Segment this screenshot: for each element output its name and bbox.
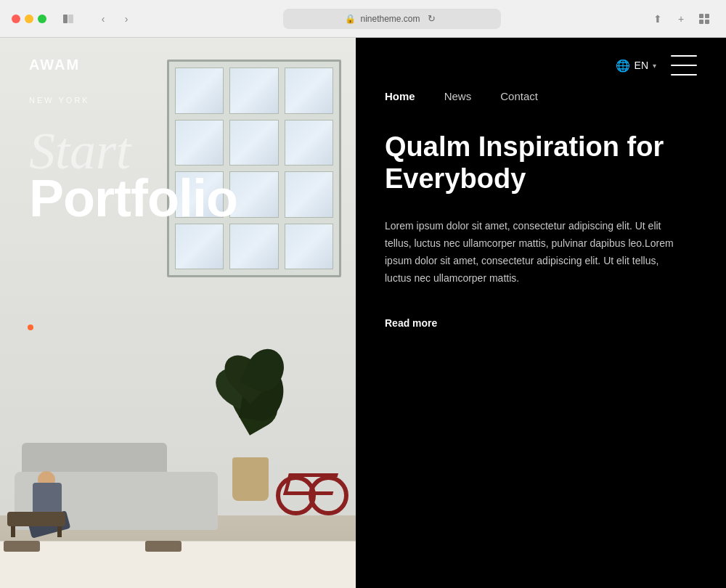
new-tab-button[interactable]: +: [671, 9, 691, 29]
maximize-button[interactable]: [38, 15, 46, 23]
window-pane: [285, 224, 333, 270]
browser-navigation: ‹ ›: [93, 9, 136, 29]
nav-news[interactable]: News: [444, 90, 472, 102]
language-selector[interactable]: 🌐 EN ▾: [616, 59, 656, 73]
hero-text-portfolio: Portfolio: [29, 172, 237, 224]
reload-button[interactable]: ↻: [425, 12, 439, 26]
window-pane: [229, 120, 278, 166]
window-pane: [175, 68, 224, 114]
window-pane: [285, 171, 333, 218]
bike-frame: [283, 473, 338, 495]
svg-rect-0: [63, 15, 68, 23]
accent-dot: [28, 324, 33, 330]
address-bar[interactable]: 🔒 ninetheme.com ↻: [283, 9, 501, 29]
back-button[interactable]: ‹: [93, 9, 113, 29]
nav-home[interactable]: Home: [385, 90, 415, 102]
window-pane: [229, 224, 278, 270]
share-button[interactable]: ⬆: [648, 9, 668, 29]
window-pane: [175, 224, 224, 270]
close-button[interactable]: [12, 15, 20, 23]
left-panel: AWAM NEW YORK Start Portfolio: [0, 38, 356, 588]
window-pane: [229, 68, 278, 114]
window-pane: [175, 120, 224, 166]
minimize-button[interactable]: [25, 15, 33, 23]
right-header: 🌐 EN ▾: [356, 38, 726, 90]
chevron-down-icon: ▾: [653, 62, 656, 70]
read-more-link[interactable]: Read more: [385, 317, 437, 329]
article-body: Lorem ipsum dolor sit amet, consectetur …: [385, 218, 675, 287]
svg-rect-5: [705, 20, 709, 24]
language-label: EN: [635, 60, 648, 71]
tab-grid-button[interactable]: [694, 9, 714, 29]
browser-chrome: ‹ › 🔒 ninetheme.com ↻ ⬆ +: [0, 0, 726, 38]
bicycle: [276, 443, 348, 515]
location-label: NEW YORK: [29, 96, 90, 105]
hamburger-line: [671, 65, 697, 66]
main-navigation: Home News Contact: [356, 90, 726, 102]
hamburger-menu-button[interactable]: [671, 55, 697, 75]
article-title: Qualm Inspiration for Everybody: [385, 131, 697, 195]
chair-seat: [145, 541, 182, 552]
svg-rect-1: [68, 15, 73, 23]
url-text: ninetheme.com: [360, 14, 420, 24]
chair-seat: [4, 541, 40, 552]
plant-pot: [232, 457, 269, 501]
window-pane: [285, 120, 333, 166]
address-bar-container: 🔒 ninetheme.com ↻: [145, 9, 639, 29]
svg-rect-2: [699, 14, 703, 18]
traffic-lights: [12, 15, 46, 23]
svg-rect-3: [705, 14, 709, 18]
lock-icon: 🔒: [345, 14, 356, 24]
plant-leaves: [218, 348, 290, 457]
hamburger-line: [671, 55, 697, 57]
table-leg: [11, 526, 15, 537]
right-panel: 🌐 EN ▾ Home News Contact Qualm Inspirati…: [356, 38, 726, 588]
chair-right: [145, 541, 182, 552]
main-wrapper: AWAM NEW YORK Start Portfolio 🌐 EN ▾: [0, 38, 726, 588]
site-logo[interactable]: AWAM: [29, 57, 80, 73]
chair-left: [4, 541, 40, 552]
globe-icon: 🌐: [616, 59, 630, 73]
coffee-table: [7, 512, 65, 526]
window-grid: [167, 60, 341, 277]
svg-rect-4: [699, 20, 703, 24]
table-leg: [57, 526, 62, 537]
hamburger-line: [671, 74, 697, 75]
nav-contact[interactable]: Contact: [500, 90, 538, 102]
sidebar-toggle-button[interactable]: [58, 9, 78, 29]
article-content: Qualm Inspiration for Everybody Lorem ip…: [356, 131, 726, 588]
window-pane: [285, 68, 333, 114]
forward-button[interactable]: ›: [116, 9, 136, 29]
browser-actions: ⬆ +: [648, 9, 714, 29]
